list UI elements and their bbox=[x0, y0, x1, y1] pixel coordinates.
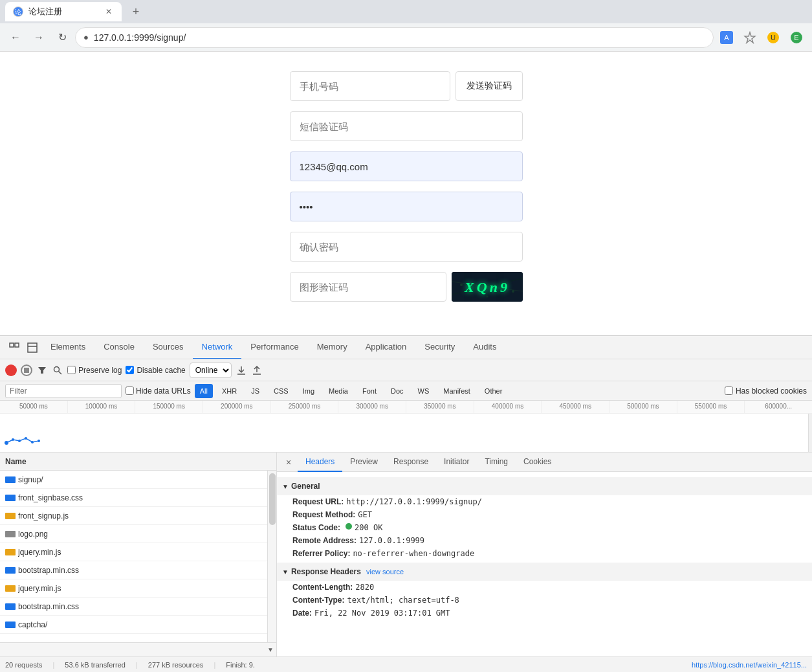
preview-tab[interactable]: Preview bbox=[342, 453, 386, 472]
bookmark-icon[interactable] bbox=[740, 27, 760, 48]
tab-application[interactable]: Application bbox=[357, 336, 416, 359]
devtools-select-icon[interactable] bbox=[5, 339, 23, 357]
network-item[interactable]: logo.png bbox=[0, 525, 276, 543]
filter-input[interactable] bbox=[5, 384, 122, 398]
forward-button[interactable]: → bbox=[28, 27, 49, 48]
hide-data-urls-checkbox[interactable] bbox=[126, 386, 134, 395]
network-item[interactable]: captcha/ bbox=[0, 616, 276, 634]
resources-size: 277 kB resources bbox=[148, 661, 204, 669]
browser-tab[interactable]: 论 论坛注册 ✕ bbox=[5, 2, 122, 21]
tab-console[interactable]: Console bbox=[94, 336, 144, 359]
network-item[interactable]: signup/ bbox=[0, 471, 276, 489]
tab-memory[interactable]: Memory bbox=[308, 336, 357, 359]
timing-tab[interactable]: Timing bbox=[477, 453, 516, 472]
stop-icon bbox=[24, 368, 29, 373]
refresh-button[interactable]: ↻ bbox=[52, 27, 72, 48]
headers-tab[interactable]: Headers bbox=[298, 453, 342, 472]
blog-link[interactable]: https://blog.csdn.net/weixin_42115... bbox=[692, 661, 807, 669]
network-scrollbar[interactable] bbox=[267, 471, 276, 642]
filter-doc-button[interactable]: Doc bbox=[386, 384, 409, 398]
phone-input[interactable] bbox=[290, 71, 450, 101]
item-name: logo.png bbox=[18, 530, 271, 539]
filter-js-button[interactable]: JS bbox=[246, 384, 265, 398]
tab-performance[interactable]: Performance bbox=[241, 336, 307, 359]
filter-ws-button[interactable]: WS bbox=[413, 384, 435, 398]
import-button[interactable] bbox=[236, 364, 247, 376]
tab-audits[interactable]: Audits bbox=[464, 336, 505, 359]
timeline-label-8: 400000 ms bbox=[474, 401, 542, 413]
svg-marker-4 bbox=[745, 32, 755, 43]
general-section-header[interactable]: ▼ General bbox=[277, 477, 812, 495]
timeline-label-6: 300000 ms bbox=[338, 401, 406, 413]
send-code-button[interactable]: 发送验证码 bbox=[455, 71, 523, 101]
item-type-icon bbox=[5, 476, 16, 483]
preserve-log-checkbox[interactable] bbox=[67, 366, 76, 374]
item-type-icon bbox=[5, 549, 16, 555]
filter-img-button[interactable]: Img bbox=[298, 384, 320, 398]
item-type-icon bbox=[5, 495, 16, 501]
throttle-select[interactable]: Online bbox=[190, 363, 232, 378]
blocked-cookies-filter[interactable]: Has blocked cookies bbox=[725, 386, 807, 396]
response-section-header[interactable]: ▼ Response Headers view source bbox=[277, 563, 812, 581]
filter-font-button[interactable]: Font bbox=[357, 384, 382, 398]
disable-cache-label[interactable]: Disable cache bbox=[126, 366, 185, 375]
scrollbar-thumb bbox=[269, 473, 276, 525]
stop-button[interactable] bbox=[21, 364, 32, 376]
item-name: bootstrap.min.css bbox=[18, 566, 271, 575]
captcha-image[interactable]: XQn9 bbox=[452, 272, 523, 302]
timeline-label-9: 450000 ms bbox=[542, 401, 609, 413]
filter-all-button[interactable]: All bbox=[195, 384, 213, 398]
extension-icon[interactable]: E bbox=[786, 27, 807, 48]
sms-input[interactable] bbox=[290, 111, 523, 141]
export-button[interactable] bbox=[251, 364, 263, 376]
devtools-dock-icon[interactable] bbox=[23, 339, 41, 357]
name-column-header: Name bbox=[5, 457, 27, 466]
tab-network[interactable]: Network bbox=[193, 336, 242, 359]
title-bar: 论 论坛注册 ✕ + bbox=[0, 0, 812, 23]
network-item[interactable]: jquery.min.js bbox=[0, 543, 276, 561]
search-button[interactable] bbox=[52, 364, 63, 376]
blocked-cookies-checkbox[interactable] bbox=[725, 386, 733, 395]
tab-security[interactable]: Security bbox=[415, 336, 464, 359]
filter-manifest-button[interactable]: Manifest bbox=[438, 384, 476, 398]
profile-icon[interactable]: U bbox=[763, 27, 784, 48]
captcha-input[interactable] bbox=[290, 272, 446, 302]
password-input[interactable] bbox=[290, 192, 523, 221]
filter-css-button[interactable]: CSS bbox=[269, 384, 294, 398]
item-name: front_signbase.css bbox=[18, 493, 271, 502]
record-button[interactable] bbox=[5, 364, 17, 376]
panel-resize-handle[interactable] bbox=[808, 414, 812, 453]
network-item[interactable]: front_signup.js bbox=[0, 507, 276, 525]
network-item[interactable]: bootstrap.min.css bbox=[0, 598, 276, 616]
email-input[interactable] bbox=[290, 151, 523, 181]
hide-data-urls-label[interactable]: Hide data URLs bbox=[126, 386, 191, 396]
new-tab-button[interactable]: + bbox=[127, 3, 145, 21]
response-tab[interactable]: Response bbox=[386, 453, 436, 472]
network-item[interactable]: jquery.min.js bbox=[0, 579, 276, 598]
network-item[interactable]: bootstrap.min.css bbox=[0, 561, 276, 579]
svg-text:E: E bbox=[794, 34, 798, 41]
timeline-label-7: 350000 ms bbox=[406, 401, 474, 413]
secure-icon: ● bbox=[83, 32, 89, 42]
timeline-graph bbox=[0, 414, 812, 453]
back-button[interactable]: ← bbox=[5, 27, 26, 48]
cookies-tab[interactable]: Cookies bbox=[516, 453, 559, 472]
headers-close-button[interactable]: × bbox=[282, 456, 295, 469]
scroll-down-button[interactable]: ▼ bbox=[266, 645, 275, 655]
filter-xhr-button[interactable]: XHR bbox=[217, 384, 242, 398]
svg-marker-22 bbox=[38, 367, 46, 374]
filter-other-button[interactable]: Other bbox=[479, 384, 508, 398]
filter-media-button[interactable]: Media bbox=[324, 384, 353, 398]
view-source-link[interactable]: view source bbox=[366, 568, 404, 576]
network-item[interactable]: front_signbase.css bbox=[0, 489, 276, 507]
translate-icon[interactable]: A bbox=[716, 27, 737, 48]
tab-sources[interactable]: Sources bbox=[144, 336, 193, 359]
tab-close-button[interactable]: ✕ bbox=[104, 6, 114, 17]
tab-elements[interactable]: Elements bbox=[41, 336, 94, 359]
disable-cache-checkbox[interactable] bbox=[126, 366, 134, 374]
confirm-password-input[interactable] bbox=[290, 232, 523, 262]
initiator-tab[interactable]: Initiator bbox=[436, 453, 477, 472]
url-bar[interactable]: ● 127.0.0.1:9999/signup/ bbox=[75, 27, 714, 48]
filter-button[interactable] bbox=[36, 364, 48, 376]
preserve-log-label[interactable]: Preserve log bbox=[67, 366, 122, 375]
